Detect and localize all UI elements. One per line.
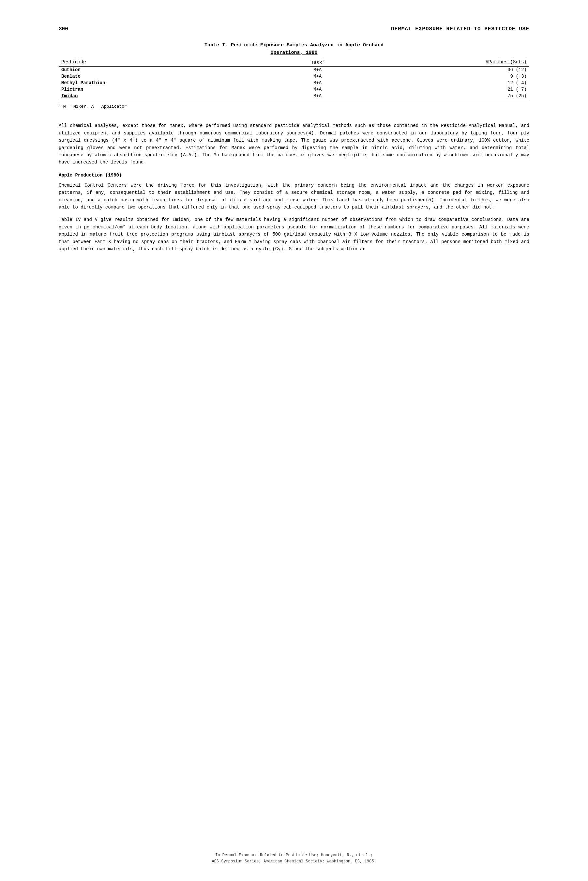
cell-patches: 36 (12) <box>388 66 529 74</box>
cell-patches: 9 ( 3) <box>388 73 529 80</box>
table-row: PlictranM+A21 ( 7) <box>59 86 529 93</box>
page: 300 DERMAL EXPOSURE RELATED TO PESTICIDE… <box>0 0 588 881</box>
paragraph-3: Table IV and V give results obtained for… <box>59 216 529 253</box>
data-table: Pesticide Task1 #Patches (Sets) GuthionM… <box>59 58 529 101</box>
table-row: ImidanM+A75 (25) <box>59 93 529 100</box>
table-header-row: Pesticide Task1 #Patches (Sets) <box>59 58 529 66</box>
page-number: 300 <box>59 26 68 32</box>
table-section: Table I. Pesticide Exposure Samples Anal… <box>59 42 529 109</box>
cell-task: M+A <box>247 86 388 93</box>
page-header: 300 DERMAL EXPOSURE RELATED TO PESTICIDE… <box>59 26 529 32</box>
table-title-line1: Table I. Pesticide Exposure Samples Anal… <box>59 42 529 49</box>
table-footnote: 1 M = Mixer, A = Applicator <box>59 104 529 109</box>
cell-task: M+A <box>247 73 388 80</box>
table-title-line2: Operations, 1980 <box>59 50 529 56</box>
page-title: DERMAL EXPOSURE RELATED TO PESTICIDE USE <box>391 26 529 32</box>
cell-patches: 12 ( 4) <box>388 80 529 86</box>
cell-pesticide: Guthion <box>59 66 247 74</box>
cell-pesticide: Imidan <box>59 93 247 100</box>
table-row: GuthionM+A36 (12) <box>59 66 529 74</box>
paragraph-2: Chemical Control Centers were the drivin… <box>59 182 529 211</box>
cell-pesticide: Benlate <box>59 73 247 80</box>
footnote-number: 1 <box>59 104 61 107</box>
col-header-task: Task1 <box>247 58 388 66</box>
cell-pesticide: Plictran <box>59 86 247 93</box>
cell-task: M+A <box>247 93 388 100</box>
section-heading: Apple Production (1980) <box>59 173 529 178</box>
cell-patches: 75 (25) <box>388 93 529 100</box>
cell-task: M+A <box>247 80 388 86</box>
table-body: GuthionM+A36 (12)BenlateM+A9 ( 3)Methyl … <box>59 66 529 100</box>
cell-task: M+A <box>247 66 388 74</box>
footer-line-2: ACS Symposium Series; American Chemical … <box>0 858 588 865</box>
table-row: Methyl ParathionM+A12 ( 4) <box>59 80 529 86</box>
col-header-patches: #Patches (Sets) <box>388 58 529 66</box>
page-footer: In Dermal Exposure Related to Pesticide … <box>0 852 588 865</box>
col-header-pesticide: Pesticide <box>59 58 247 66</box>
cell-patches: 21 ( 7) <box>388 86 529 93</box>
paragraph-1: All chemical analyses, except those for … <box>59 122 529 166</box>
table-row: BenlateM+A9 ( 3) <box>59 73 529 80</box>
footer-line-1: In Dermal Exposure Related to Pesticide … <box>0 852 588 858</box>
cell-pesticide: Methyl Parathion <box>59 80 247 86</box>
task-superscript: 1 <box>322 59 324 63</box>
footnote-text: M = Mixer, A = Applicator <box>63 104 127 109</box>
